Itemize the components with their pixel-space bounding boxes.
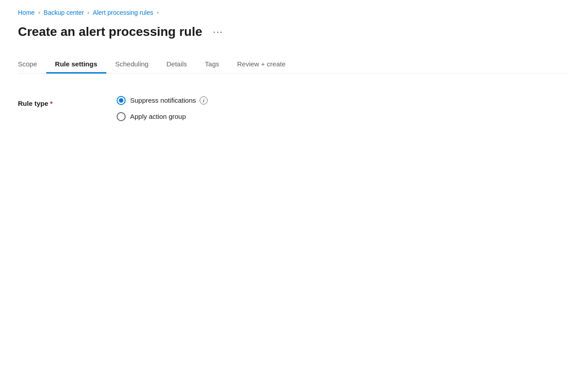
content-area: Rule type * Suppress notifications i App… [18,91,567,126]
suppress-notifications-label: Suppress notifications i [130,96,208,105]
rule-type-row: Rule type * Suppress notifications i App… [18,96,567,121]
tab-tags[interactable]: Tags [196,56,228,74]
tab-review-create[interactable]: Review + create [228,56,295,74]
breadcrumb-separator-1: › [38,9,40,16]
tabs-container: Scope Rule settings Scheduling Details T… [18,56,567,74]
suppress-notifications-option[interactable]: Suppress notifications i [117,96,208,105]
tab-scope[interactable]: Scope [18,56,46,74]
breadcrumb-home[interactable]: Home [18,9,35,16]
apply-action-group-label: Apply action group [130,113,186,120]
more-options-button[interactable]: ··· [210,25,227,39]
suppress-notifications-radio[interactable] [117,96,126,105]
apply-action-group-option[interactable]: Apply action group [117,112,208,121]
page-title: Create an alert processing rule [18,24,202,39]
page-title-area: Create an alert processing rule ··· [18,24,567,39]
apply-action-group-radio[interactable] [117,112,126,121]
tab-scheduling[interactable]: Scheduling [106,56,157,74]
tab-details[interactable]: Details [157,56,196,74]
breadcrumb-alert-processing-rules[interactable]: Alert processing rules [93,9,153,16]
rule-type-label: Rule type * [18,96,90,107]
suppress-notifications-info-icon[interactable]: i [200,96,208,105]
breadcrumb: Home › Backup center › Alert processing … [18,9,567,16]
breadcrumb-backup-center[interactable]: Backup center [44,9,84,16]
tab-rule-settings[interactable]: Rule settings [46,56,106,74]
breadcrumb-separator-2: › [87,9,89,16]
rule-type-radio-group: Suppress notifications i Apply action gr… [117,96,208,121]
breadcrumb-separator-3: › [157,9,158,16]
required-asterisk: * [50,100,53,107]
